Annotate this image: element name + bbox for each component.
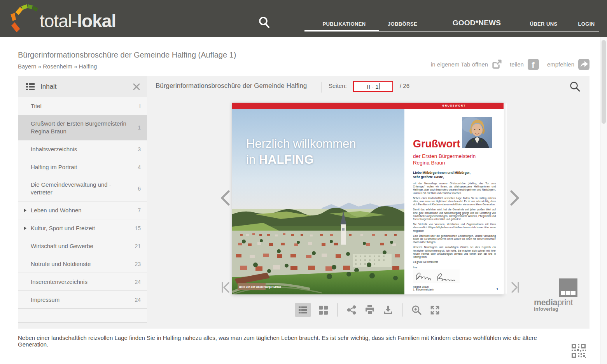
toc-item-portrait[interactable]: Halfing im Portrait 4 — [18, 158, 147, 176]
toc-item-page: 6 — [138, 186, 141, 192]
print-button[interactable] — [364, 304, 376, 316]
download-button[interactable] — [382, 304, 394, 316]
share-button[interactable] — [346, 304, 357, 316]
toc-item-label: Leben und Wohnen — [31, 206, 82, 214]
mediaprint-word-regular: print — [557, 298, 573, 307]
toc-item-page: 7 — [138, 207, 141, 214]
share-label: teilen — [510, 61, 524, 68]
toc-toggle-button[interactable] — [295, 303, 311, 317]
toc-item-label: Wirtschaft und Gewerbe — [31, 242, 93, 250]
greeting-paragraph: mit der Neuauflage unserer Ortsbroschüre… — [413, 182, 496, 195]
pre-signature: Ihre — [413, 266, 496, 269]
welcome-headline: Herzlich willkommen in HALFING — [246, 136, 356, 168]
first-page-button[interactable] — [221, 282, 231, 293]
toc-close-button[interactable] — [132, 82, 141, 91]
viewer-search-icon[interactable] — [569, 81, 580, 92]
share-icon — [346, 305, 357, 315]
mayor-portrait-photo — [462, 117, 492, 148]
salutation-line2: sehr geehrte Gäste, — [413, 175, 496, 179]
headline-line1: Herzlich willkommen — [246, 137, 356, 150]
greeting-subtitle-line1: der Ersten Bürgermeisterin — [413, 153, 476, 159]
previous-page-button[interactable] — [219, 190, 231, 206]
toc-title: Inhalt — [40, 83, 132, 91]
share-facebook-button[interactable]: teilen f — [510, 58, 539, 70]
section-label: GRUSSWORT — [404, 104, 504, 107]
photo-caption: Blick von der Wasserburger Straße — [239, 285, 281, 288]
greeting-paragraph: Unseren Neubürgern und auswärtigen Gäste… — [413, 246, 496, 259]
toc-item-label: Inserentenverzeichnis — [31, 278, 87, 286]
headline-line2-bold: HALFING — [259, 153, 314, 166]
toc-list-icon — [26, 82, 35, 91]
nav-active-underline — [304, 30, 379, 32]
page-title: Bürgerinformationsbroschüre der Gemeinde… — [18, 51, 236, 60]
nav-item-publikationen[interactable]: PUBLIKATIONEN — [322, 21, 366, 27]
toc-item-page: 3 — [138, 146, 141, 152]
facebook-icon: f — [527, 58, 539, 70]
toc-item-grusswort[interactable]: Grußwort der Ersten Bürgermeisterin Regi… — [18, 115, 147, 140]
headline-line2-prefix: in — [246, 153, 255, 166]
toc-item-inserenten[interactable]: Inserentenverzeichnis 24 — [18, 273, 147, 291]
viewer-toolbar — [295, 303, 441, 317]
mediaprint-word-bold: media — [534, 298, 557, 307]
zoom-in-icon — [411, 305, 422, 315]
nav-item-goodnews[interactable]: GOOD*NEWS — [453, 19, 501, 27]
toc-item-page: 4 — [138, 164, 141, 170]
book-left-page[interactable]: Herzlich willkommen in HALFING Blick von… — [232, 109, 404, 294]
toc-item-label: Impressum — [31, 296, 59, 304]
greeting-body: Liebe Mitbürgerinnen und Mitbürger, sehr… — [413, 171, 496, 291]
signatory-role: 1. Bürgermeisterin — [413, 288, 496, 291]
toc-item-page: 1 — [138, 124, 141, 131]
viewer-title: Bürgerinformationsbroschüre der Gemeinde… — [156, 82, 307, 90]
greeting-subtitle-line2: Regina Braun — [413, 159, 476, 166]
thumbnails-button[interactable] — [317, 304, 329, 316]
scrollbar-track[interactable] — [600, 37, 607, 364]
thumbnail-grid-icon — [318, 305, 328, 315]
mediaprint-subline: infoverlag — [534, 306, 581, 312]
toc-header: Inhalt — [18, 76, 147, 97]
book-right-page[interactable]: Grußwort der Ersten Bürgermeisterin Regi… — [404, 109, 504, 294]
mediaprint-logo[interactable]: mediaprint infoverlag — [534, 278, 581, 312]
salutation-line1: Liebe Mitbürgerinnen und Mitbürger, — [413, 171, 496, 175]
toc-item-page: 24 — [135, 279, 141, 285]
recommend-button[interactable]: empfehlen — [547, 58, 590, 70]
header-search-icon[interactable] — [257, 16, 271, 30]
svg-text:f: f — [532, 60, 535, 70]
fullscreen-icon — [430, 305, 440, 315]
greeting-title: Grußwort — [413, 138, 460, 150]
toc-item-impressum[interactable]: Impressum 24 — [18, 291, 147, 309]
toc-item-gemeindeverwaltung[interactable]: Die Gemeindeverwaltung und -vertreter 6 — [18, 176, 147, 201]
last-page-button[interactable] — [510, 282, 520, 293]
toc-item-page: I — [139, 103, 141, 109]
nav-item-login[interactable]: LOGIN — [578, 21, 595, 27]
toc-item-page: 24 — [135, 297, 141, 303]
salutation: Liebe Mitbürgerinnen und Mitbürger, sehr… — [413, 171, 496, 179]
next-page-button[interactable] — [509, 190, 521, 206]
page-number-input[interactable]: II - 1 — [353, 81, 393, 92]
expand-arrow-icon — [24, 226, 26, 230]
toc-item-wirtschaft[interactable]: Wirtschaft und Gewerbe 21 — [18, 237, 147, 255]
greeting-paragraph: Damit das erfahrbar wird, hat die Gemein… — [413, 208, 496, 221]
open-in-tab-button[interactable]: in eigenem Tab öffnen — [431, 59, 502, 70]
breadcrumb[interactable]: Bayern » Rosenheim » Halfing — [18, 63, 97, 70]
fullscreen-button[interactable] — [429, 304, 441, 316]
nav-item-ueber-uns[interactable]: ÜBER UNS — [530, 21, 557, 27]
logo-text: total-lokal — [40, 10, 116, 32]
toc-item-titel[interactable]: Titel I — [18, 97, 147, 115]
toc-item-kultur-sport-freizeit[interactable]: Kultur, Sport und Freizeit 15 — [18, 219, 147, 237]
toc-item-label: Halfing im Portrait — [31, 163, 77, 171]
toc-item-inhaltsverzeichnis[interactable]: Inhaltsverzeichnis 3 — [18, 140, 147, 158]
zoom-in-button[interactable] — [411, 304, 422, 316]
toc-list-icon — [298, 305, 308, 315]
site-header: total-lokal PUBLIKATIONEN JOBBÖRSE GOOD*… — [0, 0, 607, 37]
toc-item-label: Notrufe und Notdienste — [31, 260, 91, 268]
open-in-tab-label: in eigenem Tab öffnen — [431, 61, 488, 68]
greeting-subtitle: der Ersten Bürgermeisterin Regina Braun — [413, 153, 476, 166]
scrollbar-thumb[interactable] — [602, 40, 606, 124]
toc-item-notrufe[interactable]: Notrufe und Notdienste 23 — [18, 255, 147, 273]
logo-chevron-icon — [6, 2, 40, 35]
total-lokal-logo[interactable]: total-lokal — [6, 2, 116, 35]
toc-item-leben-und-wohnen[interactable]: Leben und Wohnen 7 — [18, 201, 147, 219]
nav-item-jobboerse[interactable]: JOBBÖRSE — [388, 21, 417, 27]
greeting-paragraph: Die Vielzahl von Vereinen, Verbänden und… — [413, 223, 496, 233]
book-page-number: 1 — [497, 287, 498, 291]
